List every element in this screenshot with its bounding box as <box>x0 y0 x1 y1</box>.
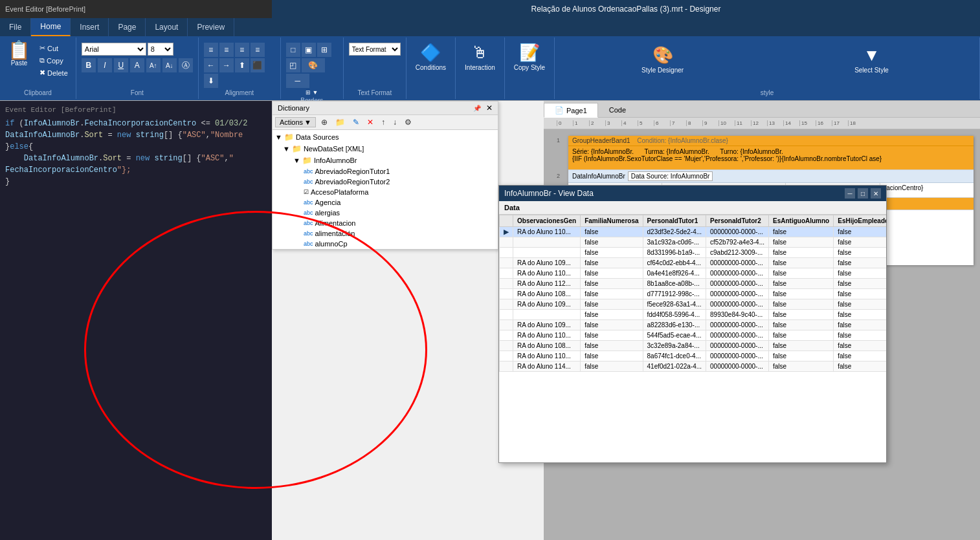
valign-top-btn[interactable]: ⬆ <box>235 58 249 72</box>
table-cell: RA do Aluno 110... <box>513 227 581 237</box>
font-color-button[interactable]: A <box>130 58 144 72</box>
tree-item-field-3[interactable]: abc Agencia <box>273 197 498 208</box>
tab-file[interactable]: File <box>0 18 31 36</box>
table-row[interactable]: RA do Aluno 109...falsef5ece928-63a1-4..… <box>500 299 887 310</box>
group-header-band[interactable]: GroupHeaderBand1 Condition: {InfoAlumnoB… <box>568 136 974 170</box>
align-right-btn[interactable]: ≡ <box>235 43 249 57</box>
table-row[interactable]: RA do Aluno 109...falsecf64c0d2-ebb4-4..… <box>500 258 887 268</box>
folder-expanded-icon: ▼ <box>283 145 290 153</box>
textformat-select[interactable]: Text Format <box>349 43 401 56</box>
italic-button[interactable]: I <box>98 58 112 72</box>
table-row[interactable]: RA do Aluno 108...falsed7771912-998c-...… <box>500 289 887 299</box>
conditions-button[interactable]: 🔷 Conditions <box>412 40 450 74</box>
window-controls: ─ □ ✕ <box>845 188 881 199</box>
paste-button[interactable]: 📋 Paste <box>5 40 33 68</box>
tree-item-datasources[interactable]: ▼ 📁 Data Sources <box>273 131 498 143</box>
table-cell: false <box>834 362 886 372</box>
tab-code[interactable]: Code <box>598 103 637 117</box>
underline-button[interactable]: U <box>114 58 128 72</box>
dict-delete-btn[interactable]: ✕ <box>364 117 376 127</box>
table-row[interactable]: RA do Aluno 110...false0a4e41e8f926-4...… <box>500 268 887 279</box>
tab-page[interactable]: Page <box>109 18 146 36</box>
minimize-button[interactable]: ─ <box>845 188 855 199</box>
bold-button[interactable]: B <box>82 58 96 72</box>
maximize-button[interactable]: □ <box>858 188 868 199</box>
table-row[interactable]: ▶RA do Aluno 110...falsed23df3e2-5de2-4.… <box>500 227 887 237</box>
indent-left-btn[interactable]: ← <box>204 58 218 72</box>
align-left-btn[interactable]: ≡ <box>204 43 218 57</box>
font-group: Arial 8 B I U A A↑ A↓ Ⓐ Font <box>76 38 199 99</box>
tab-page1[interactable]: 📄 Page1 <box>544 103 598 118</box>
table-cell: false <box>834 320 886 330</box>
interaction-button[interactable]: 🖱 Interaction <box>461 40 499 74</box>
align-center-btn[interactable]: ≡ <box>219 43 234 57</box>
tree-item-field-7[interactable]: abc alumnoCp <box>273 239 498 249</box>
tree-item-field-1[interactable]: abc AbreviadoRegionTutor2 <box>273 177 498 187</box>
border-btn-4[interactable]: ◰ <box>286 58 300 72</box>
dict-down-btn[interactable]: ↓ <box>390 117 399 127</box>
table-row[interactable]: RA do Aluno 109...falsea82283d6-e130-...… <box>500 320 887 330</box>
valign-bot-btn[interactable]: ⬇ <box>204 74 218 88</box>
border-btn-2[interactable]: ▣ <box>302 43 316 57</box>
border-btn-3[interactable]: ⊞ <box>317 43 331 57</box>
dict-up-btn[interactable]: ↑ <box>379 117 388 127</box>
col-header-observaciones: ObservacionesGen <box>513 215 581 227</box>
copy-style-label: Copy Style <box>514 64 545 71</box>
font-shrink-button[interactable]: A↓ <box>162 58 177 72</box>
field-icon: abc <box>304 241 313 247</box>
data-table-container[interactable]: ObservacionesGen FamiliaNumerosa Persona… <box>499 215 886 462</box>
copy-button[interactable]: ⧉ Copy <box>37 55 71 66</box>
dict-settings-btn[interactable]: ⚙ <box>402 117 414 127</box>
tree-item-field-2[interactable]: ☑ AccesoPlataforma <box>273 187 498 197</box>
tree-item-field-6[interactable]: abc alimentación <box>273 228 498 239</box>
border-style-btn[interactable]: ─ <box>286 74 309 88</box>
dict-add-btn[interactable]: ⊕ <box>318 117 330 127</box>
table-row[interactable]: RA do Aluno 110...false544f5ad5-ecae-4..… <box>500 330 887 341</box>
tab-insert[interactable]: Insert <box>71 18 109 36</box>
border-btn-1[interactable]: □ <box>286 43 300 57</box>
tree-item-field-0[interactable]: abc AbreviadoRegionTutor1 <box>273 166 498 177</box>
tree-item-newdataset[interactable]: ▼ 📁 NewDataSet [XML] <box>273 143 498 155</box>
font-size-select[interactable]: 8 <box>148 43 173 56</box>
tree-item-field-4[interactable]: abc alergias <box>273 208 498 218</box>
left-title-bar: Event Editor [BeforePrint] <box>0 0 272 18</box>
tab-layout[interactable]: Layout <box>146 18 188 36</box>
table-row[interactable]: RA do Aluno 112...false8b1aa8ce-a08b-...… <box>500 279 887 289</box>
dict-folder-btn[interactable]: 📁 <box>333 117 348 127</box>
highlight-button[interactable]: Ⓐ <box>179 58 193 72</box>
dict-close-icon[interactable]: ✕ <box>486 103 493 113</box>
table-row[interactable]: RA do Aluno 114...false41ef0d21-022a-4..… <box>500 362 887 372</box>
table-row[interactable]: falsefdd4f058-5996-4...89930e84-9c40-...… <box>500 310 887 320</box>
field-icon: abc <box>304 230 313 237</box>
align-justify-btn[interactable]: ≡ <box>251 43 265 57</box>
table-row[interactable]: false3a1c932a-c0d6-...cf52b792-a4e3-4...… <box>500 237 887 248</box>
table-row[interactable]: RA do Aluno 110...false8a674fc1-dce0-4..… <box>500 351 887 362</box>
close-button[interactable]: ✕ <box>871 188 881 199</box>
table-cell: 00000000-0000-... <box>706 341 769 351</box>
tab-preview[interactable]: Preview <box>188 18 234 36</box>
font-select[interactable]: Arial <box>82 43 146 56</box>
dict-pin-icon[interactable]: 📌 <box>473 105 481 112</box>
dict-edit-btn[interactable]: ✎ <box>350 117 362 127</box>
borders-expand-btn[interactable]: ⊞ ▼ <box>306 89 318 96</box>
select-style-button[interactable]: ▼ Select Style <box>769 43 974 76</box>
tree-item-field-5[interactable]: abc Alimentacion <box>273 218 498 228</box>
actions-button[interactable]: Actions ▼ <box>275 117 316 127</box>
conditions-icon: 🔷 <box>420 43 441 63</box>
delete-button[interactable]: ✖ Delete <box>37 67 71 78</box>
copy-icon: ⧉ <box>39 56 45 65</box>
indent-right-btn[interactable]: → <box>219 58 234 72</box>
tree-item-infoalumnobr[interactable]: ▼ 📁 InfoAlumnoBr <box>273 155 498 166</box>
cut-button[interactable]: ✂ Cut <box>37 43 71 54</box>
table-cell: RA do Aluno 108... <box>513 289 581 299</box>
tab-home[interactable]: Home <box>31 18 71 36</box>
code-editor[interactable]: Event Editor [BeforePrint] if (InfoAlumn… <box>0 101 272 540</box>
table-cell <box>500 330 513 341</box>
valign-mid-btn[interactable]: ⬛ <box>251 58 265 72</box>
table-row[interactable]: RA do Aluno 108...false3c32e89a-2a84-...… <box>500 341 887 351</box>
style-designer-button[interactable]: 🎨 Style Designer <box>560 43 765 76</box>
copy-style-button[interactable]: 📝 Copy Style <box>510 40 549 74</box>
table-row[interactable]: false8d331996-b1a9-...c9abd212-3009-...f… <box>500 248 887 258</box>
font-grow-button[interactable]: A↑ <box>146 58 161 72</box>
border-color-btn[interactable]: 🎨 <box>302 58 325 72</box>
